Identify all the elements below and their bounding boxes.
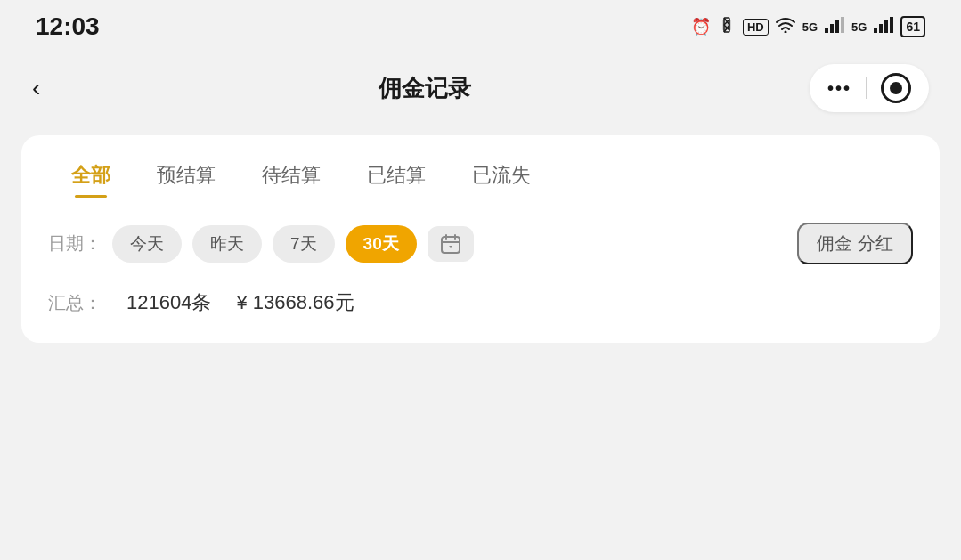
svg-rect-13: [884, 20, 888, 33]
status-time: 12:03: [36, 12, 100, 41]
nav-divider: [866, 77, 867, 99]
tabs-row: 全部 预结算 待结算 已结算 已流失: [48, 162, 913, 198]
status-bar: 12:03 ⏰ HD 5G: [0, 0, 961, 50]
tab-pre-settlement[interactable]: 预结算: [134, 162, 239, 198]
svg-rect-15: [442, 237, 460, 253]
filter-yesterday[interactable]: 昨天: [192, 225, 262, 263]
nav-bar: ‹ 佣金记录 •••: [0, 50, 961, 126]
wifi-icon: [776, 17, 795, 37]
calendar-button[interactable]: [428, 226, 474, 262]
calendar-icon: [440, 233, 461, 255]
filter-7days[interactable]: 7天: [273, 225, 335, 263]
tab-settled[interactable]: 已结算: [344, 162, 449, 198]
date-filter-label: 日期：: [48, 231, 102, 256]
5g-signal2-icon: 5G: [851, 20, 867, 34]
hd-icon: HD: [743, 19, 769, 36]
battery-icon: 61: [900, 16, 925, 37]
summary-label: 汇总：: [48, 291, 102, 315]
signal-bars2-icon: [874, 17, 893, 37]
tab-lost[interactable]: 已流失: [449, 162, 554, 198]
5g-signal1-icon: 5G: [802, 20, 818, 34]
filter-row: 日期： 今天 昨天 7天 30天 佣金 分红: [48, 223, 913, 264]
svg-rect-8: [830, 24, 834, 33]
filter-today[interactable]: 今天: [112, 225, 182, 263]
summary-count: 121604条: [126, 289, 211, 316]
bluetooth-icon: [718, 16, 736, 38]
tab-all[interactable]: 全部: [48, 162, 134, 198]
summary-amount: ¥ 13668.66元: [236, 289, 354, 316]
main-card: 全部 预结算 待结算 已结算 已流失 日期： 今天 昨天 7天 30天 佣金 分…: [21, 135, 940, 343]
nav-actions: •••: [810, 64, 929, 112]
record-button[interactable]: [881, 73, 911, 103]
status-icons: ⏰ HD 5G: [691, 16, 925, 38]
back-button[interactable]: ‹: [32, 74, 40, 102]
svg-rect-11: [874, 28, 877, 33]
filter-30days[interactable]: 30天: [346, 225, 417, 263]
svg-rect-7: [825, 28, 828, 33]
page-title: 佣金记录: [40, 73, 810, 104]
type-filter-button[interactable]: 佣金 分红: [797, 223, 913, 264]
summary-row: 汇总： 121604条 ¥ 13668.66元: [48, 284, 913, 316]
record-inner: [890, 82, 902, 94]
svg-rect-14: [890, 17, 893, 33]
signal-bars1-icon: [825, 17, 844, 37]
alarm-icon: ⏰: [691, 17, 711, 37]
tab-pending-settlement[interactable]: 待结算: [239, 162, 344, 198]
more-options-button[interactable]: •••: [827, 78, 851, 99]
svg-rect-12: [879, 24, 883, 33]
svg-rect-9: [835, 20, 839, 33]
svg-rect-10: [841, 17, 844, 33]
svg-point-6: [784, 30, 786, 33]
